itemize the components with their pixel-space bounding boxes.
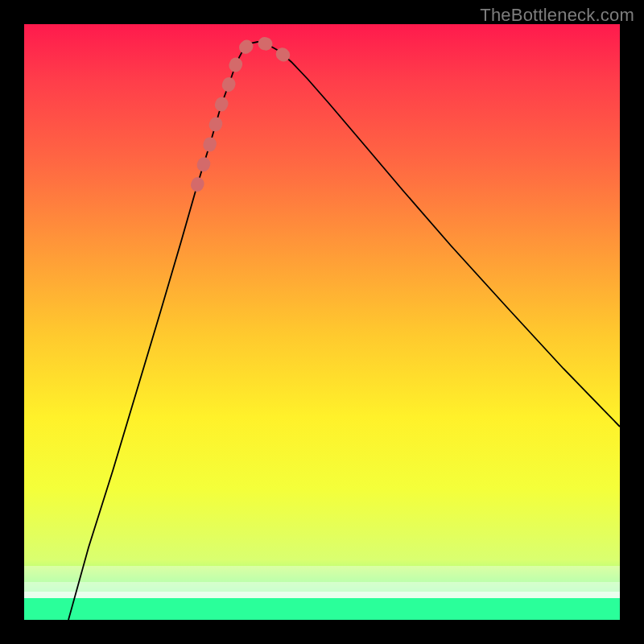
watermark-text: TheBottleneck.com <box>480 5 634 26</box>
chart-svg <box>24 24 620 620</box>
bottleneck-curve <box>68 42 620 620</box>
optimal-zone-highlight <box>197 42 291 185</box>
